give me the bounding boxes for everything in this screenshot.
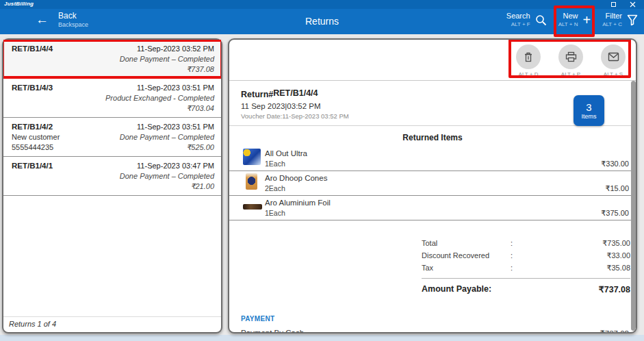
total-row: Total : ₹735.00 bbox=[422, 237, 630, 249]
return-id: RET/B1/4/1 bbox=[12, 161, 53, 171]
return-status: Product Exchanged - Completed bbox=[105, 93, 214, 103]
top-toolbar: JustBilling ← Back Backspace Returns Sea… bbox=[0, 0, 644, 34]
detail-scrollbar[interactable] bbox=[631, 81, 636, 331]
close-button[interactable] bbox=[626, 1, 639, 8]
product-name: Aro Aluminium Foil bbox=[265, 198, 629, 208]
tax-row: Tax : ₹35.08 bbox=[422, 262, 630, 274]
search-label: Search bbox=[506, 12, 530, 21]
product-qty: 2Each bbox=[265, 184, 285, 195]
return-info: Return#RET/B1/4/4 11 Sep 2023|03:52 PM V… bbox=[229, 81, 636, 126]
trash-icon bbox=[523, 51, 534, 63]
total-label: Total bbox=[422, 239, 511, 248]
return-detail-panel: ALT + D ALT + P bbox=[228, 38, 637, 333]
returned-items-title: Returned Items bbox=[229, 133, 636, 142]
return-id: RET/B1/4/2 bbox=[12, 122, 60, 132]
list-item-ret-b1-4-3[interactable]: RET/B1/4/3 11-Sep-2023 03:51 PM Product … bbox=[3, 79, 221, 118]
tax-label: Tax bbox=[422, 264, 511, 273]
return-number-label: Return# bbox=[241, 90, 273, 99]
search-shortcut: ALT + F bbox=[506, 21, 530, 28]
print-shortcut: ALT + P bbox=[561, 71, 580, 77]
close-icon bbox=[630, 1, 636, 8]
email-button[interactable]: ALT + S bbox=[597, 45, 629, 77]
customer-name: New customer bbox=[12, 132, 60, 142]
new-button[interactable]: New ALT + N + bbox=[558, 12, 591, 28]
search-icon bbox=[535, 14, 547, 26]
product-thumbnail bbox=[243, 149, 261, 165]
return-status: Done Payment – Completed bbox=[120, 132, 214, 142]
bottom-strip bbox=[0, 335, 644, 341]
product-price: ₹330.00 bbox=[601, 159, 629, 170]
filter-label: Filter bbox=[602, 12, 622, 21]
payment-section: PAYMENT Payment By Cash ₹737.08 bbox=[229, 315, 636, 333]
maximize-icon bbox=[611, 2, 616, 7]
back-button[interactable]: ← Back Backspace bbox=[36, 11, 88, 29]
totals-block: Total : ₹735.00 Discount Recovered : ₹33… bbox=[422, 237, 630, 296]
amount-payable-label: Amount Payable: bbox=[422, 284, 491, 294]
product-qty: 1Each bbox=[265, 159, 285, 170]
amount-payable-row: Amount Payable: ₹737.08 bbox=[422, 282, 630, 296]
printer-icon bbox=[565, 51, 577, 62]
email-shortcut: ALT + S bbox=[604, 71, 623, 77]
payment-row: Payment By Cash ₹737.08 bbox=[241, 329, 629, 333]
return-id: RET/B1/4/3 bbox=[12, 83, 53, 93]
product-name: All Out Ultra bbox=[265, 149, 629, 159]
returns-list: RET/B1/4/4 11-Sep-2023 03:52 PM Done Pay… bbox=[3, 40, 221, 316]
return-datetime: 11 Sep 2023|03:52 PM bbox=[241, 102, 625, 110]
list-item-ret-b1-4-2[interactable]: RET/B1/4/2 New customer 5555444235 11-Se… bbox=[3, 118, 221, 157]
plus-icon: + bbox=[582, 13, 591, 27]
product-price: ₹15.00 bbox=[605, 184, 629, 195]
payment-amount: ₹737.08 bbox=[600, 329, 630, 333]
colon: : bbox=[511, 251, 520, 260]
return-amount: ₹703.04 bbox=[105, 103, 214, 114]
discount-label: Discount Recovered bbox=[422, 251, 511, 260]
total-value: ₹735.00 bbox=[520, 239, 630, 248]
product-name: Aro Dhoop Cones bbox=[265, 173, 629, 184]
returned-items-list: All Out Ultra 1Each ₹330.00 Aro Dhoop Co… bbox=[229, 147, 636, 220]
amount-payable-value: ₹737.08 bbox=[491, 284, 630, 294]
customer-phone: 5555444235 bbox=[12, 142, 60, 153]
product-thumbnail bbox=[243, 204, 262, 210]
returns-list-panel: RET/B1/4/4 11-Sep-2023 03:52 PM Done Pay… bbox=[2, 38, 222, 333]
returned-item-row: Aro Dhoop Cones 2Each ₹15.00 bbox=[229, 171, 636, 196]
return-amount: ₹737.08 bbox=[120, 64, 214, 75]
filter-button[interactable]: Filter ALT + C bbox=[602, 12, 638, 28]
return-status: Done Payment – Completed bbox=[120, 54, 214, 64]
search-button[interactable]: Search ALT + F bbox=[506, 12, 547, 28]
returned-item-row: Aro Aluminium Foil 1Each ₹375.00 bbox=[229, 196, 636, 220]
discount-row: Discount Recovered : ₹33.00 bbox=[422, 249, 630, 262]
return-date: 11-Sep-2023 03:52 PM bbox=[120, 44, 214, 54]
colon: : bbox=[511, 239, 520, 248]
returned-item-row: All Out Ultra 1Each ₹330.00 bbox=[229, 147, 636, 171]
voucher-date: Voucher Date:11-Sep-2023 03:52 PM bbox=[241, 112, 625, 120]
return-status: Done Payment – Completed bbox=[120, 171, 214, 181]
tax-value: ₹35.08 bbox=[520, 264, 630, 273]
items-count-label: Items bbox=[581, 113, 596, 121]
items-count-badge: 3 Items bbox=[574, 95, 604, 126]
back-shortcut: Backspace bbox=[58, 21, 88, 29]
app-logo: JustBilling bbox=[4, 1, 34, 7]
return-number-value: RET/B1/4/4 bbox=[273, 88, 318, 98]
maximize-button[interactable] bbox=[607, 1, 619, 8]
filter-shortcut: ALT + C bbox=[602, 21, 622, 28]
payment-method: Payment By Cash bbox=[241, 329, 304, 333]
envelope-icon bbox=[608, 52, 619, 62]
product-price: ₹375.00 bbox=[601, 208, 629, 220]
return-amount: ₹21.00 bbox=[120, 181, 214, 192]
delete-button[interactable]: ALT + D bbox=[513, 45, 544, 77]
detail-actions: ALT + D ALT + P bbox=[513, 45, 629, 77]
back-label: Back bbox=[58, 11, 88, 21]
new-label: New bbox=[558, 12, 578, 21]
print-button[interactable]: ALT + P bbox=[555, 45, 587, 77]
return-date: 11-Sep-2023 03:47 PM bbox=[120, 161, 214, 171]
return-id: RET/B1/4/4 bbox=[12, 44, 53, 54]
product-thumbnail bbox=[246, 173, 257, 190]
discount-value: ₹33.00 bbox=[520, 251, 630, 260]
filter-funnel-icon bbox=[627, 14, 638, 26]
back-arrow-icon: ← bbox=[36, 11, 49, 29]
delete-shortcut: ALT + D bbox=[519, 71, 539, 77]
return-amount: ₹525.00 bbox=[120, 142, 214, 153]
return-date: 11-Sep-2023 03:51 PM bbox=[120, 122, 214, 132]
totals-divider bbox=[422, 278, 630, 279]
list-item-ret-b1-4-4[interactable]: RET/B1/4/4 11-Sep-2023 03:52 PM Done Pay… bbox=[3, 40, 221, 79]
list-item-ret-b1-4-1[interactable]: RET/B1/4/1 11-Sep-2023 03:47 PM Done Pay… bbox=[3, 157, 221, 196]
